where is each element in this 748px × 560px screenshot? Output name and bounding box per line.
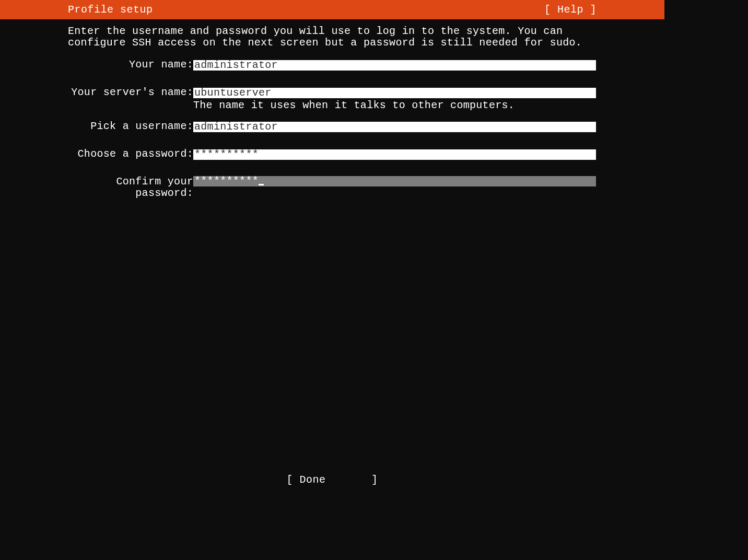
- label-your-name: Your name:: [68, 59, 193, 71]
- input-password[interactable]: [193, 149, 596, 160]
- label-confirm-password: Confirm your password:: [68, 176, 193, 199]
- field-col-confirm-password: **********: [193, 176, 597, 186]
- field-col-password: [193, 148, 597, 160]
- row-confirm-password: Confirm your password: **********: [68, 176, 597, 199]
- input-confirm-value: **********: [194, 175, 259, 187]
- input-server-name[interactable]: [193, 88, 596, 98]
- hint-server-name: The name it uses when it talks to other …: [193, 100, 597, 111]
- installer-screen: Profile setup [ Help ] Enter the usernam…: [0, 0, 664, 498]
- label-username: Pick a username:: [68, 121, 193, 132]
- help-button[interactable]: [ Help ]: [544, 4, 597, 16]
- input-username[interactable]: [193, 122, 596, 132]
- row-username: Pick a username:: [68, 121, 597, 133]
- field-col-username: [193, 121, 597, 133]
- row-server-name: Your server's name: The name it uses whe…: [68, 87, 597, 111]
- label-password: Choose a password:: [68, 148, 193, 160]
- footer-bar: [ Done ]: [0, 474, 664, 486]
- description-text: Enter the username and password you will…: [68, 26, 597, 49]
- input-confirm-password[interactable]: **********: [193, 176, 596, 186]
- content-area: Enter the username and password you will…: [0, 19, 664, 199]
- field-col-your-name: [193, 59, 597, 71]
- cursor-icon: [259, 184, 264, 185]
- input-your-name[interactable]: [193, 60, 596, 71]
- field-col-server-name: The name it uses when it talks to other …: [193, 87, 597, 111]
- page-title: Profile setup: [68, 4, 153, 16]
- row-your-name: Your name:: [68, 59, 597, 71]
- done-button[interactable]: [ Done ]: [286, 474, 378, 486]
- header-bar: Profile setup [ Help ]: [0, 0, 664, 19]
- row-password: Choose a password:: [68, 148, 597, 160]
- label-server-name: Your server's name:: [68, 87, 193, 98]
